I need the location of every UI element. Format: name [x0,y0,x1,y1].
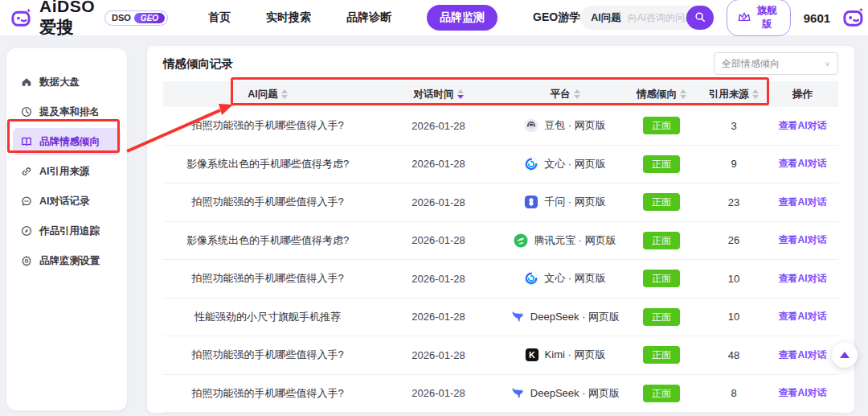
column-header[interactable]: AI问题 [163,88,372,101]
sort-icon[interactable] [281,89,288,99]
robot-logo-icon [11,7,33,29]
sentiment-badge: 正面 [643,117,680,134]
platform-name: 千问 · 网页版 [544,195,606,209]
sidebar-item-data-dashboard[interactable]: 数据大盘 [13,68,121,96]
row-question: 拍照功能强的手机哪些值得入手? [163,271,372,286]
comment-icon [21,196,32,207]
sidebar-item-brand-monitor-settings[interactable]: 品牌监测设置 [13,247,121,274]
wenxin-platform-icon [524,157,538,171]
view-ai-dialog-link[interactable]: 查看AI对话 [779,233,827,247]
user-avatar[interactable] [843,6,866,29]
arrow-up-icon [840,352,850,358]
row-date: 2026-01-28 [372,273,505,285]
row-question: 影像系统出色的手机哪些值得考虑? [163,157,372,171]
main-nav: 首页实时搜索品牌诊断品牌监测GEO游学 [208,5,580,31]
column-header[interactable]: 引用来源 [698,88,770,101]
sort-icon[interactable] [574,89,580,99]
row-date: 2026-01-28 [372,234,505,246]
top-navigation-bar: AiDSO 爱搜 DSO GEO 首页实时搜索品牌诊断品牌监测GEO游学 AI问… [0,0,868,36]
nav-item[interactable]: 首页 [208,10,231,25]
search-button[interactable] [686,6,714,30]
chevron-down-icon: ∨ [825,60,830,68]
citation-count: 48 [698,349,770,361]
view-ai-dialog-link[interactable]: 查看AI对话 [779,196,827,209]
filter-selected-value: 全部情感倾向 [722,57,780,71]
compass-icon [21,225,32,237]
row-date: 2026-01-28 [372,120,505,132]
nav-item[interactable]: 实时搜索 [266,10,311,25]
table-row: 拍照功能强的手机哪些值得入手? 2026-01-28 文心 · 网页版 正面 1… [163,260,838,299]
row-question: 拍照功能强的手机哪些值得入手? [163,348,372,362]
table-row: 拍照功能强的手机哪些值得入手? 2026-01-28 千问 · 网页版 正面 2… [163,183,838,222]
view-ai-dialog-link[interactable]: 查看AI对话 [779,119,827,133]
table-row: 拍照功能强的手机哪些值得入手? 2026-01-28 K Kimi · 网页版 … [163,336,838,375]
svg-text:K: K [529,350,535,360]
ai-question-searchbar[interactable]: AI问题 [580,6,713,30]
citation-count: 8 [698,387,770,399]
topbar-right: AI问题 旗舰版 9601 [580,0,866,36]
sidebar-item-ai-citation-source[interactable]: AI引用来源 [13,158,121,185]
sentiment-badge: 正面 [643,308,680,326]
sidebar-item-ai-dialog-log[interactable]: AI对话记录 [13,187,121,215]
sort-icon[interactable] [752,89,759,99]
sort-icon[interactable] [457,89,464,99]
citation-count: 10 [698,273,770,285]
row-date: 2026-01-28 [372,349,505,361]
view-ai-dialog-link[interactable]: 查看AI对话 [779,386,827,400]
column-header[interactable]: 操作 [770,88,835,101]
sentiment-badge: 正面 [643,270,680,287]
sidebar-item-brand-sentiment[interactable]: 品牌情感倾向 [13,128,121,155]
citation-count: 23 [698,196,770,208]
platform-name: 文心 · 网页版 [544,157,606,171]
link-icon [21,166,32,177]
card-header: 情感倾向记录 全部情感倾向 ∨ [147,46,854,81]
nav-item[interactable]: 品牌监测 [427,5,497,31]
column-header[interactable]: 情感倾向 [625,88,698,101]
platform-name: 豆包 · 网页版 [544,118,606,133]
logo-text: AiDSO 爱搜 [39,0,95,39]
sidebar-item-mention-rank[interactable]: 提及率和排名 [13,98,121,126]
kimi-platform-icon: K [525,348,539,362]
row-date: 2026-01-28 [372,196,505,208]
clock-icon [21,106,32,117]
nav-item[interactable]: GEO游学 [533,10,580,25]
flagship-plan-button[interactable]: 旗舰版 [727,0,791,36]
row-date: 2026-01-28 [372,311,505,323]
row-question: 拍照功能强的手机哪些值得入手? [163,195,372,209]
citation-count: 10 [698,311,770,323]
row-date: 2026-01-28 [372,387,505,399]
sidebar-item-work-citation-track[interactable]: 作品引用追踪 [13,217,121,245]
citation-count: 3 [698,120,770,132]
back-to-top-button[interactable] [832,342,858,368]
plan-label: 旗舰版 [755,4,780,31]
doubao-platform-icon [524,118,538,133]
gear-icon [21,255,32,266]
platform-name: DeepSeek · 网页版 [530,386,620,401]
view-ai-dialog-link[interactable]: 查看AI对话 [779,310,827,323]
wenxin-platform-icon [524,271,538,286]
column-header[interactable]: 平台 [505,88,625,101]
sentiment-badge: 正面 [643,232,680,249]
home-icon [21,76,32,88]
view-ai-dialog-link[interactable]: 查看AI对话 [779,348,827,362]
page-title: 情感倾向记录 [163,56,233,72]
sentiment-badge: 正面 [643,193,680,211]
row-question: 拍照功能强的手机哪些值得入手? [163,386,372,401]
brand-logo[interactable]: AiDSO 爱搜 DSO GEO [11,0,168,39]
sentiment-filter-dropdown[interactable]: 全部情感倾向 ∨ [714,52,838,75]
table-row: 影像系统出色的手机哪些值得考虑? 2026-01-28 文心 · 网页版 正面 … [163,146,838,184]
citation-count: 26 [698,234,770,246]
view-ai-dialog-link[interactable]: 查看AI对话 [779,157,827,171]
view-ai-dialog-link[interactable]: 查看AI对话 [779,272,827,286]
table-row: 影像系统出色的手机哪些值得考虑? 2026-01-28 腾讯元宝 · 网页版 正… [163,222,838,261]
platform-name: Kimi · 网页版 [545,348,606,362]
sentiment-badge: 正面 [643,385,680,402]
sort-icon[interactable] [680,89,686,99]
sentiment-badge: 正面 [643,155,680,173]
column-header[interactable]: 对话时间 [372,88,505,101]
table-header-row: AI问题 对话时间 平台 情感倾向 引用来源 操作 [163,81,838,107]
book-icon [21,136,32,147]
nav-item[interactable]: 品牌诊断 [346,10,391,25]
sidebar: 数据大盘 提及率和排名 品牌情感倾向 AI引用来源 AI对话记录 作品引用追踪 … [6,48,127,410]
sentiment-records-card: 情感倾向记录 全部情感倾向 ∨ AI问题 对话时间 平台 情感倾向 引用来源 操… [147,46,854,413]
